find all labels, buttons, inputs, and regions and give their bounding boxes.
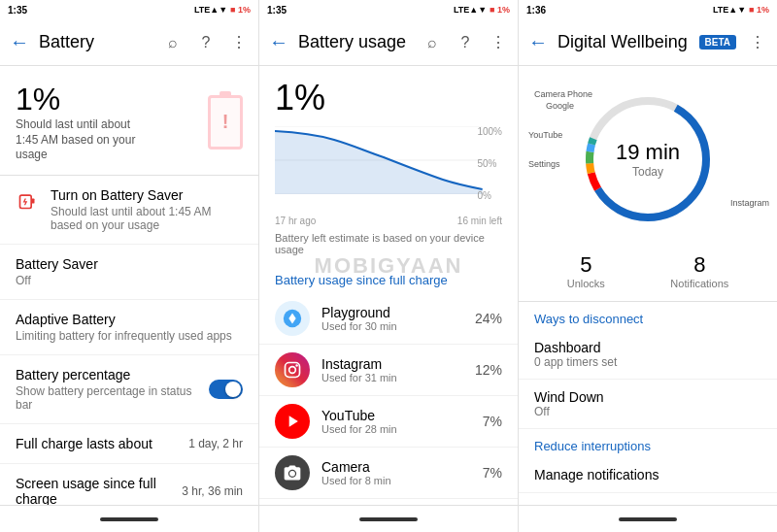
back-button-1[interactable]: ← [8, 31, 31, 54]
svg-rect-1 [31, 198, 34, 203]
screen-usage-item[interactable]: Screen usage since full charge 3 hr, 36 … [0, 464, 258, 505]
nav-pill-1 [100, 517, 158, 521]
status-icons-3: LTE▲▼ ■ 1% [713, 5, 769, 15]
status-battery-2: ■ 1% [490, 5, 510, 15]
manage-notifications-item[interactable]: Manage notifications [519, 457, 777, 493]
status-battery-1: ■ 1% [230, 5, 251, 15]
donut-label-settings: Settings [528, 159, 560, 169]
battery-saver-subtitle: Off [16, 274, 243, 287]
battery-saver-item[interactable]: Battery Saver Off [0, 245, 258, 300]
chart-label-0: 0% [477, 190, 502, 201]
toolbar-icons-3: BETA ⋮ [699, 31, 769, 54]
help-button-2[interactable]: ? [454, 31, 477, 54]
instagram-usage: Used for 31 min [321, 372, 475, 383]
battery-saver-turn-on-item[interactable]: Turn on Battery Saver Should last until … [0, 176, 258, 245]
playground-usage: Used for 30 min [321, 320, 475, 332]
donut-label-youtube: YouTube [528, 130, 562, 140]
more-button-2[interactable]: ⋮ [487, 31, 510, 54]
battery-percentage-subtitle: Show battery percentage in status bar [16, 384, 209, 412]
battery-saver-icon [16, 189, 39, 213]
playground-info: Playground Used for 30 min [321, 305, 475, 332]
chart-time-right: 16 min left [457, 216, 502, 226]
playground-icon [275, 301, 310, 336]
camera-usage: Used for 8 min [321, 475, 483, 486]
instagram-icon [275, 352, 310, 387]
donut-label-instagram: Instagram [730, 198, 769, 208]
app-item-youtube[interactable]: YouTube Used for 28 min 7% [259, 396, 518, 448]
panel3-title: Digital Wellbeing [557, 32, 699, 52]
screen-usage-title: Screen usage since full charge [16, 476, 182, 505]
youtube-info: YouTube Used for 28 min [321, 408, 483, 435]
wind-down-subtitle: Off [534, 405, 761, 418]
beta-badge: BETA [699, 35, 736, 50]
toolbar-3: ← Digital Wellbeing BETA ⋮ [519, 19, 777, 66]
status-time-1: 1:35 [8, 5, 27, 16]
battery-percentage-item[interactable]: Battery percentage Show battery percenta… [0, 355, 258, 424]
chart-svg [275, 126, 502, 194]
chart-time-labels: 17 hr ago 16 min left [259, 214, 518, 228]
donut-label-camera: Camera [534, 89, 565, 99]
battery-saver-turn-on-subtitle: Should last until about 1:45 AM based on… [51, 205, 243, 232]
battery-percentage-row: Battery percentage Show battery percenta… [16, 367, 243, 412]
chart-labels: 100% 50% 0% [477, 126, 502, 201]
status-icons-1: LTE▲▼ ■ 1% [194, 5, 251, 15]
full-charge-value: 1 day, 2 hr [188, 437, 243, 450]
toolbar-icons-1: ⌕ ? ⋮ [161, 31, 251, 54]
battery-icon: ! [208, 95, 243, 150]
status-signal-2: LTE▲▼ [454, 5, 487, 15]
donut-container: 19 min Today Camera Phone Google YouTube… [519, 66, 777, 245]
battery-percentage-toggle[interactable] [209, 380, 243, 399]
help-button-1[interactable]: ? [194, 31, 218, 54]
chart-time-left: 17 hr ago [275, 216, 316, 226]
battery-chart: 100% 50% 0% [259, 126, 518, 214]
youtube-name: YouTube [321, 408, 483, 423]
wellbeing-content: 19 min Today Camera Phone Google YouTube… [519, 66, 777, 505]
search-button-1[interactable]: ⌕ [161, 31, 185, 54]
unlocks-value: 5 [567, 252, 605, 278]
battery-percentage-body: Battery percentage Show battery percenta… [16, 367, 209, 412]
nav-pill-3 [619, 517, 677, 521]
full-charge-item[interactable]: Full charge lasts about 1 day, 2 hr [0, 424, 258, 464]
playground-percent: 24% [475, 311, 502, 326]
battery-exclamation: ! [222, 111, 229, 133]
app-item-playground[interactable]: Playground Used for 30 min 24% [259, 293, 518, 345]
more-button-3[interactable]: ⋮ [746, 31, 769, 54]
status-time-2: 1:35 [267, 5, 287, 16]
app-item-camera[interactable]: Camera Used for 8 min 7% [259, 448, 518, 499]
nav-bar-2 [259, 505, 518, 532]
screen-usage-row: Screen usage since full charge 3 hr, 36 … [16, 476, 243, 505]
app-item-instagram[interactable]: Instagram Used for 31 min 12% [259, 345, 518, 396]
ways-to-disconnect-header: Ways to disconnect [519, 302, 777, 330]
adaptive-battery-item[interactable]: Adaptive Battery Limiting battery for in… [0, 300, 258, 355]
battery-saver-turn-on-body: Turn on Battery Saver Should last until … [51, 187, 243, 232]
camera-info: Camera Used for 8 min [321, 459, 483, 486]
battery-percent: 1% [16, 82, 152, 117]
stats-row: 5 Unlocks 8 Notifications [519, 245, 777, 302]
status-time-3: 1:36 [526, 5, 546, 16]
battery-percentage-title: Battery percentage [16, 367, 209, 382]
camera-icon [275, 455, 310, 490]
usage-percent: 1% [275, 78, 502, 118]
battery-text: 1% Should last until about 1:45 AM based… [16, 82, 152, 163]
nav-bar-1 [0, 505, 258, 532]
instagram-percent: 12% [475, 362, 502, 378]
status-bar-1: 1:35 LTE▲▼ ■ 1% [0, 0, 258, 19]
more-button-1[interactable]: ⋮ [227, 31, 251, 54]
instagram-name: Instagram [321, 356, 475, 372]
youtube-percent: 7% [483, 414, 502, 429]
do-not-disturb-item[interactable]: Do Not Disturb [519, 493, 777, 505]
camera-percent: 7% [483, 465, 502, 481]
unlocks-label: Unlocks [567, 278, 605, 289]
toolbar-2: ← Battery usage ⌕ ? ⋮ [259, 19, 518, 66]
back-button-2[interactable]: ← [267, 31, 290, 54]
wind-down-item[interactable]: Wind Down Off [519, 380, 777, 429]
back-button-3[interactable]: ← [526, 31, 550, 54]
donut-today-label: Today [616, 165, 680, 179]
dashboard-subtitle: 0 app timers set [534, 355, 761, 369]
donut-chart: 19 min Today [570, 82, 726, 237]
notifications-label: Notifications [670, 278, 728, 289]
dashboard-item[interactable]: Dashboard 0 app timers set [519, 330, 777, 380]
full-charge-row: Full charge lasts about 1 day, 2 hr [16, 436, 243, 451]
adaptive-battery-title: Adaptive Battery [16, 312, 243, 327]
search-button-2[interactable]: ⌕ [421, 31, 444, 54]
